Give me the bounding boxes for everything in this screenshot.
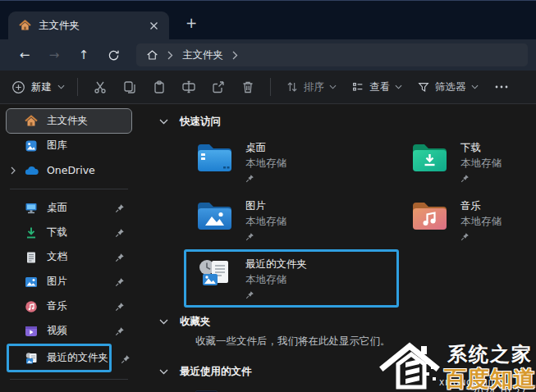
item-name: 桌面	[245, 141, 286, 155]
pictures-icon	[25, 276, 39, 288]
paste-button[interactable]	[144, 80, 174, 94]
sidebar-item-downloads[interactable]: 下载	[7, 221, 131, 244]
section-title: 收藏夹	[180, 315, 211, 329]
back-button[interactable]: ←	[10, 48, 39, 62]
sidebar-item-label: OneDrive	[47, 164, 95, 176]
view-button[interactable]: 查看	[351, 80, 402, 94]
section-favorites[interactable]: 收藏夹	[159, 315, 536, 329]
delete-button[interactable]	[233, 80, 263, 94]
item-subtitle: 本地存储	[460, 215, 502, 229]
chevron-down-icon	[395, 84, 402, 89]
videos-icon	[25, 326, 39, 337]
chevron-down-icon[interactable]	[159, 319, 168, 325]
chevron-down-icon	[471, 84, 479, 89]
quick-access-item-pictures[interactable]: 图片 本地存储	[184, 191, 399, 249]
up-button[interactable]: ↑	[69, 48, 98, 62]
filter-button[interactable]: 筛选器	[417, 80, 479, 94]
file-explorer-window: 主文件夹 + ← → ↑ 主文件夹	[0, 0, 536, 392]
desktop-icon	[25, 202, 39, 214]
sidebar-item-gallery[interactable]: 图库	[7, 134, 131, 157]
item-subtitle: 本地存储	[245, 157, 286, 171]
sidebar-item-videos[interactable]: 视频	[7, 319, 131, 343]
filter-button-label: 筛选器	[435, 80, 466, 94]
new-tab-button[interactable]: +	[181, 15, 202, 32]
sidebar-item-home[interactable]: 主文件夹	[7, 109, 131, 133]
sidebar-item-this-pc[interactable]: 此电脑	[7, 386, 131, 392]
pin-icon	[460, 174, 502, 183]
sort-button[interactable]: 排序	[286, 80, 337, 94]
chevron-right-icon[interactable]	[232, 51, 238, 60]
sidebar-item-music[interactable]: 音乐	[7, 294, 131, 318]
onedrive-cloud-icon	[25, 166, 39, 175]
new-button-label: 新建	[31, 80, 52, 94]
navigation-bar: ← → ↑ 主文件夹	[0, 39, 536, 71]
section-recent-files[interactable]: 最近使用的文件	[159, 365, 536, 379]
sidebar-item-label: 音乐	[47, 299, 67, 313]
quick-access-item-downloads[interactable]: 下载 本地存储	[399, 133, 536, 191]
chevron-down-icon	[57, 84, 65, 89]
tab-close-icon[interactable]	[145, 19, 163, 33]
more-options-button[interactable]	[494, 84, 509, 89]
command-toolbar: 新建 排序	[0, 71, 536, 104]
sidebar-item-label: 文档	[47, 250, 67, 264]
view-button-label: 查看	[369, 80, 390, 94]
quick-access-item-desktop[interactable]: 桌面 本地存储	[184, 133, 399, 191]
file-row[interactable]: Windows 11 24H2-2024-10-27-08-45-20.png …	[195, 384, 536, 392]
item-subtitle: 本地存储	[245, 273, 307, 287]
item-name: 音乐	[460, 199, 502, 213]
tab-title: 主文件夹	[39, 19, 138, 33]
file-list-pane: 快速访问 桌面	[138, 104, 536, 392]
home-icon	[25, 115, 39, 127]
sidebar-item-label: 下载	[47, 226, 67, 239]
sidebar-item-onedrive[interactable]: OneDrive	[7, 158, 131, 182]
breadcrumb[interactable]: 主文件夹	[182, 48, 223, 62]
sidebar-item-label: 图片	[47, 275, 67, 289]
recent-folder-icon	[25, 352, 39, 365]
tab-home-folder[interactable]: 主文件夹	[8, 11, 169, 39]
address-bar[interactable]: 主文件夹	[136, 43, 528, 66]
quick-access-item-music[interactable]: 音乐 本地存储	[399, 191, 536, 249]
sidebar-item-label: 主文件夹	[47, 114, 88, 128]
sidebar-item-label: 桌面	[47, 201, 67, 215]
breadcrumb-home-icon[interactable]	[146, 49, 158, 61]
rename-button[interactable]	[174, 80, 204, 94]
file-date: 2024-10-27 08:45	[471, 386, 531, 392]
item-name: 最近的文件夹	[245, 258, 307, 271]
chevron-right-icon[interactable]	[11, 166, 16, 175]
copy-button[interactable]	[115, 80, 144, 94]
sidebar-item-pictures[interactable]: 图片	[7, 270, 131, 294]
new-button[interactable]: 新建	[11, 80, 65, 94]
sort-button-label: 排序	[304, 80, 324, 94]
pictures-folder-icon	[196, 199, 235, 232]
favorites-empty-message: 收藏一些文件后，我们将在此处显示它们。	[195, 335, 536, 349]
pin-icon	[115, 277, 125, 287]
titlebar: 主文件夹 +	[0, 1, 536, 39]
chevron-right-icon	[167, 51, 173, 60]
plus-circle-icon	[11, 80, 25, 94]
share-button[interactable]	[204, 80, 233, 94]
item-name: 下载	[460, 141, 502, 155]
quick-access-item-recent-folders[interactable]: 最近的文件夹 本地存储	[184, 249, 399, 308]
music-folder-icon	[411, 199, 450, 232]
sidebar-item-desktop[interactable]: 桌面	[7, 196, 131, 220]
downloads-icon	[25, 226, 39, 239]
chevron-down-icon[interactable]	[159, 119, 168, 125]
sidebar-item-documents[interactable]: 文档	[7, 245, 131, 269]
pin-icon	[115, 203, 125, 213]
pin-icon	[115, 253, 125, 262]
item-subtitle: 本地存储	[460, 157, 502, 171]
pin-icon	[121, 354, 131, 364]
pin-icon	[245, 290, 307, 299]
pin-icon	[245, 232, 286, 241]
downloads-folder-icon	[411, 141, 450, 174]
pin-icon	[115, 302, 125, 312]
sidebar-item-recent-folders[interactable]: 最近的文件夹	[7, 344, 112, 372]
gallery-icon	[25, 139, 39, 153]
recent-files-list: Windows 11 24H2-2024-10-27-08-45-20.png …	[195, 384, 536, 392]
filter-funnel-icon	[417, 80, 430, 93]
refresh-button[interactable]	[98, 49, 128, 62]
view-list-icon	[351, 80, 364, 93]
section-quick-access[interactable]: 快速访问	[159, 115, 536, 129]
chevron-down-icon[interactable]	[159, 369, 168, 375]
cut-button[interactable]	[85, 80, 115, 94]
